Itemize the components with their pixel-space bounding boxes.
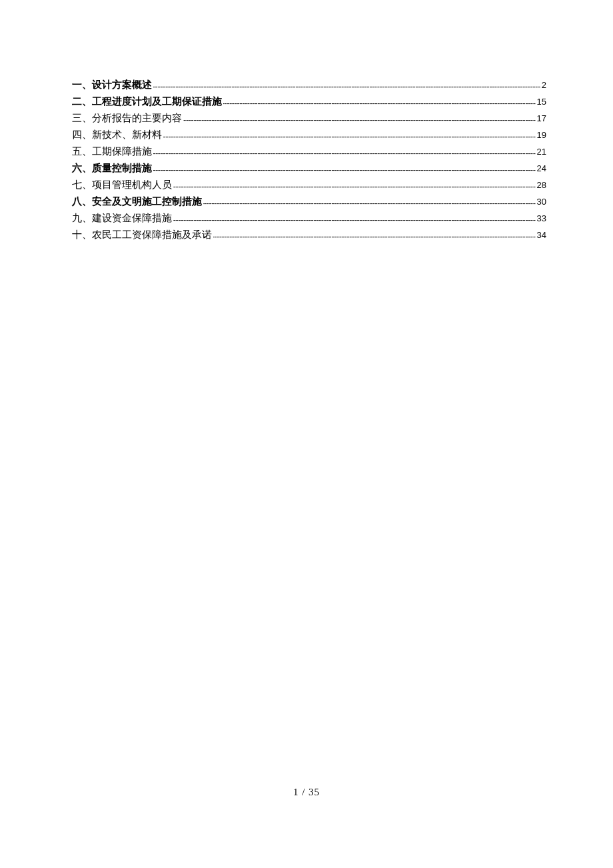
toc-entry-title: 八、安全及文明施工控制措施 [72, 193, 202, 210]
page-footer: 1 / 35 [0, 787, 613, 798]
toc-entry-title: 六、质量控制措施 [72, 160, 152, 177]
toc-entry: 六、质量控制措施24 [72, 160, 546, 177]
toc-leader-dots [183, 111, 536, 121]
table-of-contents: 一、设计方案概述2二、工程进度计划及工期保证措施15三、分析报告的主要内容17四… [72, 77, 546, 243]
toc-entry-page: 17 [537, 110, 546, 127]
toc-leader-dots [203, 195, 536, 205]
toc-entry-title: 二、工程进度计划及工期保证措施 [72, 93, 222, 110]
toc-entry: 三、分析报告的主要内容17 [72, 110, 546, 127]
toc-entry: 四、新技术、新材料19 [72, 127, 546, 143]
document-page: 一、设计方案概述2二、工程进度计划及工期保证措施15三、分析报告的主要内容17四… [0, 0, 613, 243]
total-page-number: 35 [308, 787, 320, 797]
toc-entry: 十、农民工工资保障措施及承诺34 [72, 227, 546, 243]
toc-entry: 五、工期保障措施21 [72, 143, 546, 160]
toc-entry-page: 33 [537, 210, 546, 227]
toc-leader-dots [223, 95, 536, 105]
toc-entry-title: 七、项目管理机构人员 [72, 177, 172, 193]
toc-entry-page: 15 [537, 93, 546, 110]
toc-entry-title: 四、新技术、新材料 [72, 127, 162, 143]
toc-entry-page: 30 [537, 193, 546, 210]
toc-leader-dots [153, 161, 536, 171]
toc-leader-dots [153, 145, 536, 155]
toc-entry-title: 十、农民工工资保障措施及承诺 [72, 227, 212, 243]
toc-leader-dots [213, 228, 536, 238]
toc-leader-dots [173, 178, 536, 188]
toc-entry-title: 一、设计方案概述 [72, 77, 152, 93]
toc-entry: 八、安全及文明施工控制措施30 [72, 193, 546, 210]
toc-entry-title: 五、工期保障措施 [72, 143, 152, 160]
toc-entry-page: 19 [537, 127, 546, 143]
toc-entry-page: 2 [542, 77, 546, 93]
toc-entry: 一、设计方案概述2 [72, 77, 546, 93]
toc-entry-page: 21 [537, 143, 546, 160]
toc-entry: 九、建设资金保障措施33 [72, 210, 546, 227]
toc-leader-dots [173, 211, 536, 221]
toc-entry: 二、工程进度计划及工期保证措施15 [72, 93, 546, 110]
toc-entry-title: 三、分析报告的主要内容 [72, 110, 182, 127]
toc-entry-page: 28 [537, 177, 546, 193]
toc-entry-page: 24 [537, 160, 546, 177]
toc-entry-title: 九、建设资金保障措施 [72, 210, 172, 227]
toc-leader-dots [163, 128, 536, 138]
page-separator: / [299, 787, 308, 797]
toc-entry-page: 34 [537, 227, 546, 243]
toc-leader-dots [153, 78, 540, 88]
toc-entry: 七、项目管理机构人员28 [72, 177, 546, 193]
